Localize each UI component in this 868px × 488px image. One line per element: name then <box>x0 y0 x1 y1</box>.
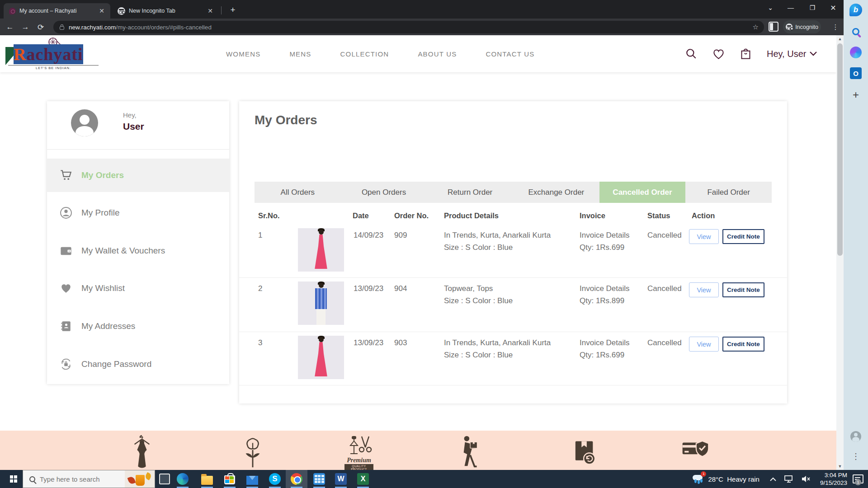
copilot-icon[interactable] <box>849 46 862 59</box>
account-greeting[interactable]: Hey, User <box>767 49 817 59</box>
tab-exchange-order[interactable]: Exchange Order <box>513 182 599 203</box>
tab-open-orders[interactable]: Open Orders <box>341 182 427 203</box>
add-icon[interactable]: + <box>849 89 862 101</box>
order-number: 903 <box>394 338 407 347</box>
window-close-button[interactable]: ✕ <box>823 0 844 15</box>
taskbar-clock[interactable]: 3:04 PM 9/15/2023 <box>820 471 847 487</box>
incognito-icon <box>118 7 125 15</box>
sidebar-item-change-password[interactable]: Change Password <box>47 353 229 375</box>
scrollbar-thumb[interactable] <box>837 43 843 256</box>
sidebar-item-my-wishlist[interactable]: My Wishlist <box>47 277 229 299</box>
incognito-icon <box>786 23 793 30</box>
bookmark-star-icon[interactable]: ☆ <box>753 23 759 31</box>
invoice-details-link[interactable]: Invoice Details <box>580 338 630 347</box>
taskbar-weather[interactable]: 1 28°C Heavy rain <box>693 474 760 484</box>
back-button[interactable]: ← <box>4 21 16 33</box>
browser-menu-icon[interactable]: ⋮ <box>830 21 841 33</box>
tab-close-icon[interactable]: ✕ <box>206 7 214 15</box>
taskbar-microsoft-store[interactable] <box>219 470 241 488</box>
rachyati-logo[interactable]: Rachyati LET'S BE INDIAN. <box>5 37 100 70</box>
orders-panel: My Orders All Orders Open Orders Return … <box>239 101 787 404</box>
side-panel-icon[interactable] <box>769 22 778 32</box>
person-icon <box>59 207 73 219</box>
credit-note-button[interactable]: Credit Note <box>722 337 764 352</box>
taskbar-skype[interactable]: S <box>264 470 286 488</box>
outlook-icon[interactable] <box>849 67 862 80</box>
invoice-details-link[interactable]: Invoice Details <box>580 231 630 240</box>
tab-close-icon[interactable]: ✕ <box>98 7 106 15</box>
weather-rain-icon: 1 <box>693 474 704 484</box>
taskbar-mail[interactable] <box>241 470 263 488</box>
search-input[interactable] <box>40 475 108 483</box>
nav-womens[interactable]: WOMENS <box>226 50 260 58</box>
tab-cancelled-order[interactable]: Cancelled Order <box>599 182 686 203</box>
window-menu-chevron[interactable]: ⌄ <box>760 0 781 15</box>
sidebar-item-my-profile[interactable]: My Profile <box>47 202 229 224</box>
view-button[interactable]: View <box>689 229 719 244</box>
forward-button[interactable]: → <box>19 21 32 33</box>
wishlist-heart-icon[interactable] <box>712 48 725 60</box>
page-scrollbar[interactable]: ▲ ▼ <box>836 35 844 470</box>
reload-button[interactable]: ⟳ <box>34 21 47 33</box>
credit-note-button[interactable]: Credit Note <box>722 282 764 297</box>
taskbar-file-explorer[interactable] <box>196 470 218 488</box>
order-product: Topwear, Tops <box>444 284 493 293</box>
order-variant: Size : S Color : Blue <box>444 296 513 305</box>
col-srno: Sr.No. <box>258 211 280 220</box>
bing-icon[interactable]: b <box>849 4 862 16</box>
order-qty-price: Qty: 1Rs.899 <box>580 296 624 305</box>
seasonal-search-art <box>125 470 155 488</box>
col-product: Product Details <box>444 211 499 220</box>
tray-chevron-up-icon[interactable] <box>770 477 776 481</box>
start-button[interactable] <box>5 470 23 488</box>
product-image-pink-anarkali-kurta[interactable] <box>298 228 344 272</box>
search-icon[interactable] <box>685 48 697 60</box>
sidebar-item-label: My Addresses <box>81 321 135 331</box>
credit-note-button[interactable]: Credit Note <box>722 229 764 244</box>
more-options-icon[interactable]: ⋮ <box>849 450 862 463</box>
view-button[interactable]: View <box>689 282 719 297</box>
profile-icon[interactable] <box>849 430 862 443</box>
taskbar-search[interactable] <box>23 470 155 488</box>
nav-mens[interactable]: MENS <box>289 50 311 58</box>
product-image-pink-anarkali-kurta[interactable] <box>298 336 344 379</box>
product-image-blue-striped-top[interactable] <box>298 282 344 325</box>
taskbar-excel[interactable]: X <box>352 470 374 488</box>
taskbar-calculator[interactable] <box>308 470 330 488</box>
scroll-down-arrow[interactable]: ▼ <box>836 463 844 470</box>
sidebar-item-my-addresses[interactable]: My Addresses <box>47 315 229 337</box>
order-product: In Trends, Kurta, Anarkali Kurta <box>444 231 551 240</box>
lock-refresh-icon <box>59 358 73 370</box>
taskbar-chrome[interactable] <box>286 470 307 488</box>
network-icon[interactable] <box>784 475 793 483</box>
sidebar-item-my-wallet[interactable]: My Wallet & Vouchers <box>47 240 229 262</box>
volume-muted-icon[interactable] <box>802 475 811 483</box>
taskbar-edge[interactable] <box>172 470 193 488</box>
nav-contact-us[interactable]: CONTACT US <box>486 50 534 58</box>
sidebar-item-my-orders[interactable]: My Orders <box>47 159 229 192</box>
scroll-up-arrow[interactable]: ▲ <box>836 35 844 42</box>
window-minimize-button[interactable]: — <box>780 0 801 15</box>
tab-return-order[interactable]: Return Order <box>427 182 513 203</box>
tab-all-orders[interactable]: All Orders <box>255 182 341 203</box>
new-tab-button[interactable]: + <box>227 4 239 16</box>
invoice-details-link[interactable]: Invoice Details <box>580 284 630 293</box>
taskbar-word[interactable]: W <box>330 470 352 488</box>
tab-failed-order[interactable]: Failed Order <box>685 182 772 203</box>
order-row: 1 14/09/23 909 In Trends, Kurta, Anarkal… <box>239 225 787 278</box>
window-restore-button[interactable]: ❐ <box>802 0 823 15</box>
browser-tab-active[interactable]: My account – Rachyati ✕ <box>4 3 110 19</box>
action-center-icon[interactable]: 1 <box>853 474 863 483</box>
logo-tagline: LET'S BE INDIAN. <box>8 65 99 70</box>
nav-collection[interactable]: COLLECTION <box>340 50 389 58</box>
order-srno: 1 <box>258 231 262 240</box>
chevron-down-icon <box>810 52 817 56</box>
nav-about-us[interactable]: ABOUT US <box>418 50 457 58</box>
shopping-bag-icon[interactable] <box>740 48 751 60</box>
view-button[interactable]: View <box>689 337 719 352</box>
browser-tab-incognito[interactable]: New Incognito Tab ✕ <box>112 3 219 19</box>
sidebar-item-label: Change Password <box>81 359 151 369</box>
search-icon[interactable] <box>849 25 862 38</box>
task-view-button[interactable] <box>159 474 170 484</box>
address-bar[interactable]: new.rachyati.com /my-account/orders/#pil… <box>53 21 764 33</box>
